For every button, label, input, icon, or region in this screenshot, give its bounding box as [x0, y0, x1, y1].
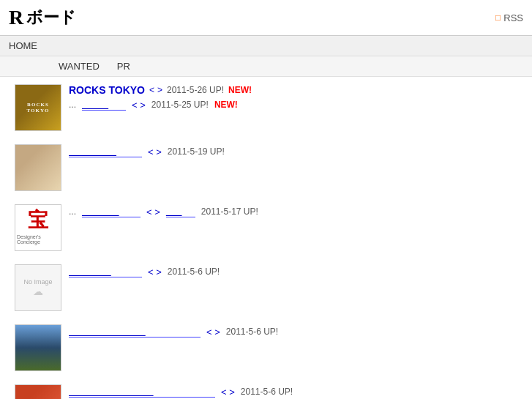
entry-date: 2011-5-19 UP!: [168, 146, 225, 157]
entry-link-row: < > 2011-5-6 UP!: [69, 386, 517, 398]
ellipsis: ...: [69, 100, 76, 110]
entry-date: 2011-5-6 UP!: [226, 327, 278, 337]
entry-info: < > 2011-5-6 UP!: [69, 264, 517, 277]
left-arrow[interactable]: <: [148, 266, 154, 277]
sub-left-arrow[interactable]: <: [132, 100, 138, 111]
entry-thumbnail: [15, 144, 61, 191]
sub-link[interactable]: [82, 99, 126, 111]
nav-arrows: < >: [221, 387, 235, 398]
ellipsis: ...: [69, 206, 76, 217]
entry-link-row: < > 2011-5-6 UP!: [69, 326, 517, 338]
entry-date: 2011-5-6 UP!: [241, 387, 293, 397]
header: R ボード □ RSS: [0, 0, 532, 36]
left-arrow[interactable]: <: [146, 206, 152, 217]
nav-arrows: < >: [146, 206, 160, 217]
right-arrow[interactable]: >: [214, 327, 220, 338]
entry-sub-row: ... < > 2011-5-25 UP! NEW!: [69, 99, 517, 111]
right-arrow[interactable]: >: [157, 85, 162, 95]
nav-arrows: < >: [149, 85, 162, 95]
entry-link[interactable]: [69, 146, 142, 157]
entry-row: 宝 Designer's Concierge ... < > 2011-5-17…: [15, 204, 517, 257]
nav-arrows: < >: [206, 327, 220, 338]
entry-row: terransia < > 2011-5-6 UP!: [15, 384, 517, 399]
main-nav: HOME: [0, 36, 532, 56]
pr-link[interactable]: PR: [117, 61, 130, 72]
right-arrow[interactable]: >: [156, 266, 162, 277]
sub-date: 2011-5-25 UP!: [151, 100, 209, 110]
logo-r-letter: R: [9, 6, 23, 29]
entry-link-row: < > 2011-5-6 UP!: [69, 266, 517, 277]
left-arrow[interactable]: <: [221, 387, 227, 398]
left-arrow[interactable]: <: [149, 85, 154, 95]
entry-link2[interactable]: [166, 206, 195, 217]
nav-arrows: < >: [148, 266, 162, 277]
entry-link[interactable]: [69, 266, 142, 277]
entry-info: ROCKS TOKYO < > 2011-5-26 UP! NEW! ... <…: [69, 84, 517, 111]
rss-link[interactable]: RSS: [503, 12, 523, 23]
new-badge: NEW!: [228, 85, 252, 95]
entry-thumbnail: terransia: [15, 384, 61, 399]
entry-info: < > 2011-5-6 UP!: [69, 384, 517, 398]
rss-icon: □: [495, 12, 501, 23]
entry-info: < > 2011-5-19 UP!: [69, 144, 517, 157]
content-area: ROCKSTOKYO ROCKS TOKYO < > 2011-5-26 UP!…: [0, 77, 532, 399]
sub-nav: WANTED PR: [0, 56, 532, 77]
entry-date: 2011-5-6 UP!: [168, 266, 220, 277]
right-arrow[interactable]: >: [229, 387, 235, 398]
entry-date: 2011-5-26 UP!: [167, 85, 224, 95]
entry-row: < > 2011-5-19 UP!: [15, 144, 517, 197]
entry-link[interactable]: [69, 326, 201, 338]
entry-thumbnail: [15, 324, 61, 371]
entry-thumbnail: 宝 Designer's Concierge: [15, 204, 61, 251]
entry-row: ROCKSTOKYO ROCKS TOKYO < > 2011-5-26 UP!…: [15, 84, 517, 137]
sub-nav-arrows: < >: [132, 100, 146, 111]
entry-link-row: < > 2011-5-19 UP!: [69, 146, 517, 157]
left-arrow[interactable]: <: [148, 146, 154, 157]
home-link[interactable]: HOME: [9, 40, 37, 51]
entry-title-row: ROCKS TOKYO < > 2011-5-26 UP! NEW!: [69, 84, 517, 96]
entry-row: No Image ☁ < > 2011-5-6 UP!: [15, 264, 517, 317]
entry-date: 2011-5-17 UP!: [201, 206, 258, 217]
left-arrow[interactable]: <: [206, 327, 212, 338]
logo-text: ボード: [26, 7, 76, 29]
right-arrow[interactable]: >: [156, 146, 162, 157]
logo-area: R ボード: [9, 6, 76, 29]
entry-info: ... < > 2011-5-17 UP!: [69, 204, 517, 217]
wanted-link[interactable]: WANTED: [59, 61, 100, 72]
right-arrow[interactable]: >: [154, 206, 160, 217]
rss-area[interactable]: □ RSS: [495, 12, 523, 23]
entry-title-link[interactable]: ROCKS TOKYO: [69, 84, 145, 96]
entry-info: < > 2011-5-6 UP!: [69, 324, 517, 338]
nav-arrows: < >: [148, 146, 162, 157]
entry-thumbnail: ROCKSTOKYO: [15, 84, 61, 131]
entry-link-row: ... < > 2011-5-17 UP!: [69, 206, 517, 217]
entry-link[interactable]: [69, 386, 215, 398]
sub-right-arrow[interactable]: >: [140, 100, 146, 111]
entry-row: < > 2011-5-6 UP!: [15, 324, 517, 377]
entry-thumbnail: No Image ☁: [15, 264, 61, 311]
sub-new-badge: NEW!: [214, 100, 238, 110]
entry-link[interactable]: [82, 206, 141, 217]
